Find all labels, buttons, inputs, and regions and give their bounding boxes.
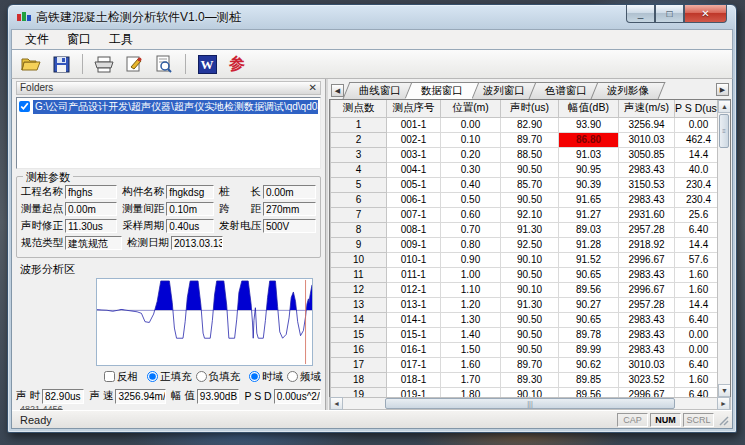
- invert-checkbox-input[interactable]: [104, 371, 115, 382]
- data-cell[interactable]: 013-1: [387, 297, 441, 312]
- data-cell[interactable]: 0.60: [441, 207, 501, 222]
- data-cell[interactable]: 1.60: [675, 372, 718, 387]
- data-cell[interactable]: 018-1: [387, 372, 441, 387]
- row-number-cell[interactable]: 3: [331, 147, 387, 162]
- data-cell[interactable]: 0.50: [441, 192, 501, 207]
- data-cell[interactable]: 230.4: [675, 177, 718, 192]
- row-number-cell[interactable]: 18: [331, 372, 387, 387]
- data-cell[interactable]: 6.40: [675, 222, 718, 237]
- data-cell[interactable]: 0.80: [441, 237, 501, 252]
- data-cell[interactable]: 004-1: [387, 162, 441, 177]
- data-cell[interactable]: 90.10: [501, 252, 559, 267]
- data-cell[interactable]: 91.28: [559, 237, 619, 252]
- data-cell[interactable]: 0.30: [441, 162, 501, 177]
- table-row[interactable]: 15015-11.4090.5089.782983.430.00: [331, 327, 718, 342]
- data-cell[interactable]: 86.80: [559, 132, 619, 147]
- data-cell[interactable]: 91.30: [501, 222, 559, 237]
- data-cell[interactable]: 1.70: [441, 372, 501, 387]
- tab-scroll-left-icon[interactable]: ◀: [331, 84, 344, 97]
- data-cell[interactable]: 0.10: [441, 132, 501, 147]
- data-cell[interactable]: 90.27: [559, 297, 619, 312]
- invert-checkbox[interactable]: 反相: [104, 370, 138, 384]
- data-cell[interactable]: 92.50: [501, 237, 559, 252]
- fillmode-radio-0[interactable]: 正填充: [147, 370, 192, 384]
- data-cell[interactable]: 90.39: [559, 177, 619, 192]
- parameters-button[interactable]: 参: [224, 52, 250, 76]
- vertical-scrollbar[interactable]: ▲ ≡ ▼: [717, 100, 730, 397]
- data-cell[interactable]: 90.50: [501, 342, 559, 357]
- data-cell[interactable]: 14.4: [675, 147, 718, 162]
- scroll-right-icon[interactable]: ►: [717, 397, 730, 410]
- data-cell[interactable]: 91.03: [559, 147, 619, 162]
- data-cell[interactable]: 0.00: [675, 342, 718, 357]
- row-number-cell[interactable]: 1: [331, 117, 387, 132]
- data-cell[interactable]: 90.50: [501, 327, 559, 342]
- data-cell[interactable]: 006-1: [387, 192, 441, 207]
- data-cell[interactable]: 2983.43: [619, 162, 675, 177]
- table-row[interactable]: 7007-10.6092.1091.272931.6025.6: [331, 207, 718, 222]
- data-cell[interactable]: 2983.43: [619, 267, 675, 282]
- data-cell[interactable]: 25.6: [675, 207, 718, 222]
- data-cell[interactable]: 007-1: [387, 207, 441, 222]
- row-number-cell[interactable]: 2: [331, 132, 387, 147]
- data-cell[interactable]: 0.00: [441, 117, 501, 132]
- data-cell[interactable]: 1.80: [441, 387, 501, 397]
- column-header[interactable]: 位置(m): [441, 100, 501, 117]
- readout-value-field[interactable]: 93.90dB: [197, 389, 240, 404]
- row-number-cell[interactable]: 11: [331, 267, 387, 282]
- column-header[interactable]: 测点序号: [387, 100, 441, 117]
- data-cell[interactable]: 90.95: [559, 162, 619, 177]
- vertical-scroll-thumb[interactable]: ≡: [719, 114, 729, 148]
- data-cell[interactable]: 2996.67: [619, 252, 675, 267]
- data-cell[interactable]: 005-1: [387, 177, 441, 192]
- open-file-button[interactable]: [18, 52, 44, 76]
- data-cell[interactable]: 6.40: [675, 357, 718, 372]
- table-row[interactable]: 18018-11.7089.3089.853023.521.60: [331, 372, 718, 387]
- data-cell[interactable]: 003-1: [387, 147, 441, 162]
- close-panel-icon[interactable]: ✕: [309, 83, 317, 93]
- data-cell[interactable]: 2996.67: [619, 387, 675, 397]
- table-row[interactable]: 14014-11.3090.5090.652983.436.40: [331, 312, 718, 327]
- data-cell[interactable]: 017-1: [387, 357, 441, 372]
- scroll-left-icon[interactable]: ◄: [330, 397, 343, 410]
- fillmode-radio-1-input[interactable]: [196, 371, 207, 382]
- table-row[interactable]: 6006-10.5090.5091.652983.43230.4: [331, 192, 718, 207]
- data-cell[interactable]: 1.30: [441, 312, 501, 327]
- data-cell[interactable]: 010-1: [387, 252, 441, 267]
- data-cell[interactable]: 90.50: [501, 267, 559, 282]
- data-cell[interactable]: 92.10: [501, 207, 559, 222]
- tab-5[interactable]: 波列影像: [591, 82, 666, 99]
- data-cell[interactable]: 89.70: [501, 132, 559, 147]
- data-cell[interactable]: 0.40: [441, 177, 501, 192]
- horizontal-scrollbar[interactable]: ◄ ||| ►: [329, 397, 731, 410]
- table-row[interactable]: 17017-11.6089.7090.623010.036.40: [331, 357, 718, 372]
- column-header[interactable]: 幅值(dB): [559, 100, 619, 117]
- close-button[interactable]: ✕: [684, 5, 727, 23]
- fillmode-radio-1[interactable]: 负填充: [196, 370, 241, 384]
- table-row[interactable]: 13013-11.2091.3090.272957.2814.4: [331, 297, 718, 312]
- row-number-cell[interactable]: 6: [331, 192, 387, 207]
- row-number-cell[interactable]: 5: [331, 177, 387, 192]
- save-button[interactable]: [48, 52, 74, 76]
- column-header[interactable]: 测点数: [331, 100, 387, 117]
- domainmode-radio-0-input[interactable]: [249, 371, 260, 382]
- data-cell[interactable]: 1.60: [441, 357, 501, 372]
- table-row[interactable]: 11011-11.0090.5090.652983.431.60: [331, 267, 718, 282]
- table-row[interactable]: 4004-10.3090.5090.952983.4340.0: [331, 162, 718, 177]
- table-row[interactable]: 2002-10.1089.7086.803010.03462.4: [331, 132, 718, 147]
- row-number-cell[interactable]: 4: [331, 162, 387, 177]
- row-number-cell[interactable]: 16: [331, 342, 387, 357]
- horizontal-scroll-thumb[interactable]: |||: [385, 398, 675, 409]
- column-header[interactable]: 声时(us): [501, 100, 559, 117]
- table-row[interactable]: 3003-10.2088.5091.033050.8514.4: [331, 147, 718, 162]
- tab-scroll-right-icon[interactable]: ▶: [716, 83, 729, 96]
- data-cell[interactable]: 3150.53: [619, 177, 675, 192]
- data-cell[interactable]: 011-1: [387, 267, 441, 282]
- folder-checkbox[interactable]: [19, 101, 30, 112]
- data-cell[interactable]: 2983.43: [619, 342, 675, 357]
- word-export-button[interactable]: W: [194, 52, 220, 76]
- data-cell[interactable]: 1.60: [675, 267, 718, 282]
- minimize-button[interactable]: _: [626, 5, 655, 23]
- data-cell[interactable]: 1.20: [441, 297, 501, 312]
- data-cell[interactable]: 0.90: [441, 252, 501, 267]
